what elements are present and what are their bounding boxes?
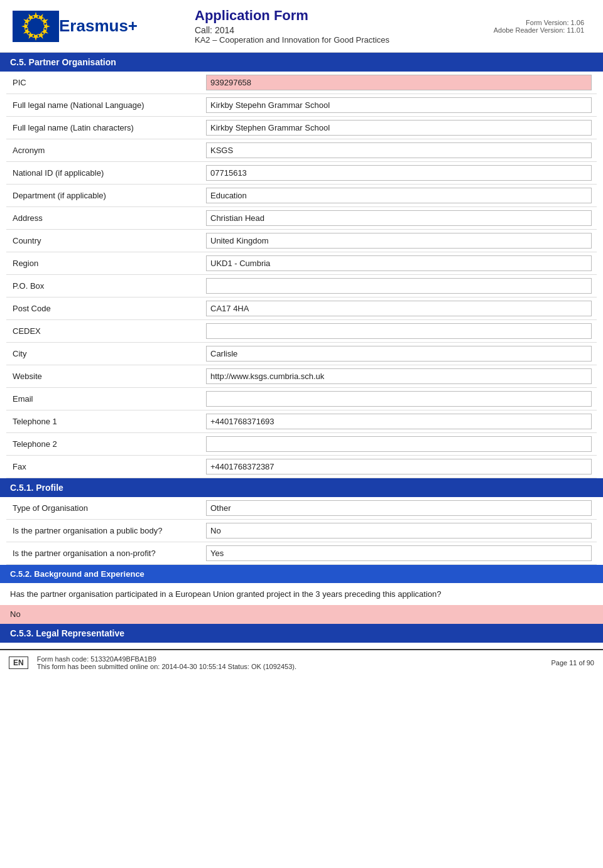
logo-area: Erasmus+ (13, 11, 176, 42)
full-legal-lat-input[interactable] (206, 120, 592, 136)
department-row: Department (if applicable) (6, 185, 597, 207)
full-legal-nat-value-cell[interactable] (201, 94, 597, 116)
version-info: Form Version: 1.06 Adobe Reader Version:… (494, 19, 590, 34)
pic-value-cell[interactable] (201, 72, 597, 94)
section-c53-header: C.5.3. Legal Representative (0, 624, 603, 643)
national-id-value-cell[interactable] (201, 162, 597, 184)
footer-hash: Form hash code: 513320A49BFBA1B9 (37, 655, 551, 663)
pic-input[interactable] (206, 75, 592, 90)
po-box-input[interactable] (206, 278, 592, 294)
post-code-row: Post Code (6, 297, 597, 320)
header-title-area: Application Form Call: 2014 KA2 – Cooper… (176, 8, 494, 45)
region-label: Region (6, 252, 201, 274)
department-label: Department (if applicable) (6, 185, 201, 206)
email-value-cell[interactable] (201, 388, 597, 410)
call-label: Call: 2014 (195, 25, 494, 35)
is-public-input[interactable] (206, 523, 592, 538)
subtitle: KA2 – Cooperation and Innovation for Goo… (195, 35, 494, 45)
address-label: Address (6, 207, 201, 229)
email-row: Email (6, 388, 597, 410)
region-input[interactable] (206, 255, 592, 271)
website-label: Website (6, 365, 201, 387)
type-org-row: Type of Organisation (6, 497, 597, 520)
telephone2-value-cell[interactable] (201, 433, 597, 455)
telephone1-input[interactable] (206, 414, 592, 429)
city-value-cell[interactable] (201, 343, 597, 365)
full-legal-nat-row: Full legal name (National Language) (6, 94, 597, 117)
cedex-label: CEDEX (6, 320, 201, 342)
is-nonprofit-input[interactable] (206, 545, 592, 561)
section-c52-header: C.5.2. Background and Experience (0, 565, 603, 583)
region-row: Region (6, 252, 597, 275)
is-nonprofit-label: Is the partner organisation a non-profit… (6, 542, 201, 564)
fax-row: Fax (6, 456, 597, 478)
app-form-title: Application Form (195, 8, 494, 24)
section-c53-title: C.5.3. Legal Representative (10, 628, 124, 638)
region-value-cell[interactable] (201, 252, 597, 274)
footer-text: Form hash code: 513320A49BFBA1B9 This fo… (37, 655, 551, 670)
page-footer: EN Form hash code: 513320A49BFBA1B9 This… (0, 649, 603, 675)
telephone1-value-cell[interactable] (201, 410, 597, 432)
footer-submitted: This form has been submitted online on: … (37, 663, 551, 670)
full-legal-lat-value-cell[interactable] (201, 117, 597, 139)
website-input[interactable] (206, 368, 592, 384)
form-version: Form Version: 1.06 (494, 19, 584, 26)
adobe-version: Adobe Reader Version: 11.01 (494, 26, 584, 34)
language-indicator: EN (9, 656, 28, 669)
telephone1-label: Telephone 1 (6, 410, 201, 432)
section-c5-header: C.5. Partner Organisation (0, 53, 603, 72)
acronym-value-cell[interactable] (201, 139, 597, 161)
national-id-label: National ID (if applicable) (6, 162, 201, 184)
address-input[interactable] (206, 210, 592, 226)
post-code-input[interactable] (206, 301, 592, 316)
department-input[interactable] (206, 188, 592, 203)
country-value-cell[interactable] (201, 230, 597, 252)
footer-page: Page 11 of 90 (551, 659, 594, 667)
telephone2-input[interactable] (206, 436, 592, 452)
pic-label: PIC (6, 72, 201, 94)
fax-input[interactable] (206, 459, 592, 474)
background-answer: No (0, 605, 603, 624)
telephone2-row: Telephone 2 (6, 433, 597, 456)
pic-row: PIC (6, 72, 597, 94)
is-public-value-cell[interactable] (201, 520, 597, 542)
full-legal-nat-input[interactable] (206, 97, 592, 113)
po-box-value-cell[interactable] (201, 275, 597, 297)
type-org-input[interactable] (206, 500, 592, 516)
fax-label: Fax (6, 456, 201, 478)
eu-flag-icon (13, 11, 59, 42)
is-nonprofit-value-cell[interactable] (201, 542, 597, 564)
country-input[interactable] (206, 233, 592, 249)
acronym-input[interactable] (206, 142, 592, 158)
type-org-label: Type of Organisation (6, 497, 201, 519)
website-value-cell[interactable] (201, 365, 597, 387)
full-legal-nat-label: Full legal name (National Language) (6, 94, 201, 116)
national-id-input[interactable] (206, 165, 592, 181)
fax-value-cell[interactable] (201, 456, 597, 478)
country-label: Country (6, 230, 201, 252)
email-label: Email (6, 388, 201, 410)
type-org-value-cell[interactable] (201, 497, 597, 519)
cedex-row: CEDEX (6, 320, 597, 343)
email-input[interactable] (206, 391, 592, 407)
telephone1-row: Telephone 1 (6, 410, 597, 433)
national-id-row: National ID (if applicable) (6, 162, 597, 185)
page-header: Erasmus+ Application Form Call: 2014 KA2… (0, 0, 603, 53)
cedex-input[interactable] (206, 323, 592, 339)
acronym-row: Acronym (6, 139, 597, 162)
acronym-label: Acronym (6, 139, 201, 161)
city-label: City (6, 343, 201, 365)
city-input[interactable] (206, 346, 592, 362)
address-row: Address (6, 207, 597, 230)
cedex-value-cell[interactable] (201, 320, 597, 342)
address-value-cell[interactable] (201, 207, 597, 229)
is-public-label: Is the partner organisation a public bod… (6, 520, 201, 542)
section-c52-title: C.5.2. Background and Experience (10, 569, 144, 579)
telephone2-label: Telephone 2 (6, 433, 201, 455)
profile-form-body: Type of Organisation Is the partner orga… (0, 497, 603, 565)
section-c51-header: C.5.1. Profile (0, 478, 603, 497)
is-public-row: Is the partner organisation a public bod… (6, 520, 597, 542)
department-value-cell[interactable] (201, 185, 597, 206)
form-body: PIC Full legal name (National Language) … (0, 72, 603, 478)
post-code-value-cell[interactable] (201, 297, 597, 319)
